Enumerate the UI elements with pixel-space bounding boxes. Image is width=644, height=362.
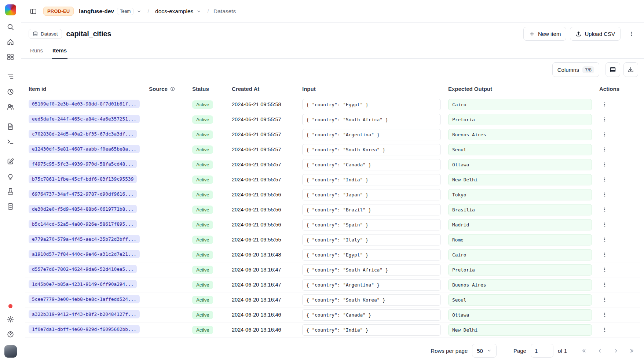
expected-output-cell[interactable]: Tokyo xyxy=(448,189,592,200)
row-actions-button[interactable] xyxy=(599,234,610,245)
new-item-button[interactable]: New item xyxy=(523,27,567,41)
item-id-link[interactable]: b5c144cd-52a5-4a80-926e-58617f895... xyxy=(29,220,137,228)
tracing-icon[interactable] xyxy=(5,71,16,82)
rows-per-page-select[interactable]: 50 xyxy=(472,344,497,358)
expected-output-cell[interactable]: Brasília xyxy=(448,204,592,215)
input-cell[interactable]: { "country": "Egypt" } xyxy=(302,249,441,261)
export-button[interactable] xyxy=(623,62,638,77)
item-id-link[interactable]: a322b319-9412-4f43-b8f2-b20484127f... xyxy=(29,310,140,318)
langfuse-logo[interactable] xyxy=(5,4,16,15)
row-actions-button[interactable] xyxy=(599,204,610,215)
item-id-link[interactable]: de30d2e0-f5d9-4854-88b6-0619771b8... xyxy=(29,205,137,213)
row-actions-button[interactable] xyxy=(599,144,610,155)
row-actions-button[interactable] xyxy=(599,264,610,275)
input-cell[interactable]: { "country": "Argentina" } xyxy=(302,279,441,291)
expected-output-cell[interactable]: Seoul xyxy=(448,294,592,306)
item-id-link[interactable]: e12430df-5e81-4687-aabb-f0ea65be8a... xyxy=(29,145,140,153)
expected-output-cell[interactable]: Buenos Aires xyxy=(448,129,592,140)
status-badge: Active xyxy=(192,176,213,184)
last-page-button[interactable] xyxy=(626,344,638,357)
sessions-icon[interactable] xyxy=(5,86,16,97)
org-switcher[interactable]: langfuse-dev Team xyxy=(77,6,143,16)
item-id-link[interactable]: 05109ef0-2e3b-4e03-98dd-8f7d01b61f... xyxy=(29,100,140,108)
row-actions-button[interactable] xyxy=(599,114,610,125)
item-id-link[interactable]: 5cee7779-3e00-4eb8-be8c-1affedd524... xyxy=(29,295,140,303)
next-page-button[interactable] xyxy=(610,344,622,357)
row-actions-button[interactable] xyxy=(599,219,610,230)
row-height-button[interactable] xyxy=(605,62,620,77)
expected-output-cell[interactable]: Ottawa xyxy=(448,159,592,170)
input-cell[interactable]: { "country": "Spain" } xyxy=(302,219,441,230)
expected-output-cell[interactable]: Madrid xyxy=(448,219,592,230)
input-cell[interactable]: { "country": "Canada" } xyxy=(302,309,441,321)
row-actions-button[interactable] xyxy=(599,159,610,170)
input-cell[interactable]: { "country": "South Africa" } xyxy=(302,264,441,276)
input-cell[interactable]: { "country": "Egypt" } xyxy=(302,99,441,110)
row-actions-button[interactable] xyxy=(599,129,610,140)
item-id-link[interactable]: 1f0e7da1-dbff-4e60-929d-f6095602bb... xyxy=(29,325,140,333)
expected-output-cell[interactable]: Ottawa xyxy=(448,309,592,321)
input-cell[interactable]: { "country": "Canada" } xyxy=(302,159,441,170)
page-actions-menu-button[interactable] xyxy=(624,27,638,41)
row-actions-button[interactable] xyxy=(599,309,610,320)
row-actions-button[interactable] xyxy=(599,324,610,335)
evaluation-icon[interactable] xyxy=(5,186,16,197)
prev-page-button[interactable] xyxy=(593,344,606,357)
tab-items[interactable]: Items xyxy=(52,47,67,59)
expected-output-cell[interactable]: New Delhi xyxy=(448,324,592,336)
item-id-link[interactable]: a1910d57-7f84-440c-9e46-a31c2d7e21... xyxy=(29,250,140,258)
settings-icon[interactable] xyxy=(5,314,16,325)
playground-icon[interactable] xyxy=(5,136,16,147)
home-icon[interactable] xyxy=(5,36,16,47)
item-id-link[interactable]: d557e7d6-7802-4624-9da6-52d410ea5... xyxy=(29,265,137,273)
input-cell[interactable]: { "country": "South Korea" } xyxy=(302,294,441,306)
input-cell[interactable]: { "country": "South Korea" } xyxy=(302,144,441,155)
page-input[interactable] xyxy=(531,344,553,358)
datasets-icon[interactable] xyxy=(5,201,16,212)
item-id-link[interactable]: f4975c95-5fc3-4939-970d-58fa5cd48... xyxy=(29,160,137,168)
expected-output-cell[interactable]: Rome xyxy=(448,234,592,245)
item-id-link[interactable]: e779a270-579a-4f45-aec4-35b72d3bff... xyxy=(29,235,140,243)
search-icon[interactable] xyxy=(5,21,16,32)
columns-button[interactable]: Columns 7/8 xyxy=(552,62,599,77)
input-cell[interactable]: { "country": "Brazil" } xyxy=(302,204,441,215)
input-cell[interactable]: { "country": "Argentina" } xyxy=(302,129,441,140)
created-at-cell: 2024-06-21 09:55:55 xyxy=(232,237,281,243)
item-id-link[interactable]: eed5dafe-244f-465c-a84c-4a6e357251... xyxy=(29,115,140,123)
annotation-queues-icon[interactable] xyxy=(5,156,16,167)
row-actions-button[interactable] xyxy=(599,99,610,110)
row-actions-button[interactable] xyxy=(599,249,610,260)
project-switcher[interactable]: docs-examples xyxy=(154,7,203,16)
expected-output-cell[interactable]: Buenos Aires xyxy=(448,279,592,291)
prompts-icon[interactable] xyxy=(5,121,16,132)
expected-output-cell[interactable]: Pretoria xyxy=(448,114,592,125)
item-id-link[interactable]: 69764737-34af-4752-9787-d90df9616... xyxy=(29,190,137,198)
input-cell[interactable]: { "country": "Japan" } xyxy=(302,189,441,200)
first-page-button[interactable] xyxy=(577,344,590,357)
expected-output-cell[interactable]: New Delhi xyxy=(448,174,592,185)
expected-output-cell[interactable]: Seoul xyxy=(448,144,592,155)
users-icon[interactable] xyxy=(5,101,16,112)
row-actions-button[interactable] xyxy=(599,279,610,290)
row-actions-button[interactable] xyxy=(599,174,610,185)
expected-output-cell[interactable]: Cairo xyxy=(448,249,592,261)
input-cell[interactable]: { "country": "India" } xyxy=(302,174,441,185)
dashboards-icon[interactable] xyxy=(5,51,16,62)
expected-output-cell[interactable]: Cairo xyxy=(448,99,592,110)
expected-output-cell[interactable]: Pretoria xyxy=(448,264,592,276)
input-cell[interactable]: { "country": "South Africa" } xyxy=(302,114,441,125)
input-cell[interactable]: { "country": "Italy" } xyxy=(302,234,441,245)
input-cell[interactable]: { "country": "India" } xyxy=(302,324,441,336)
tab-runs[interactable]: Runs xyxy=(29,47,44,59)
row-actions-button[interactable] xyxy=(599,189,610,200)
user-avatar[interactable] xyxy=(4,345,17,358)
upload-csv-button[interactable]: Upload CSV xyxy=(570,27,621,41)
project-name: docs-examples xyxy=(155,8,193,15)
item-id-link[interactable]: c702838d-24d5-40a2-bf35-67dc3a3df... xyxy=(29,130,137,138)
item-id-link[interactable]: b75c7861-1fbe-45cf-bdf6-83f139c95539 xyxy=(29,175,137,183)
help-icon[interactable] xyxy=(5,329,16,340)
sidebar-toggle-icon[interactable] xyxy=(27,5,40,18)
row-actions-button[interactable] xyxy=(599,294,610,305)
llm-judge-icon[interactable] xyxy=(5,171,16,182)
item-id-link[interactable]: 1d45b0e7-b85a-4231-9149-6ff90a294... xyxy=(29,280,137,288)
